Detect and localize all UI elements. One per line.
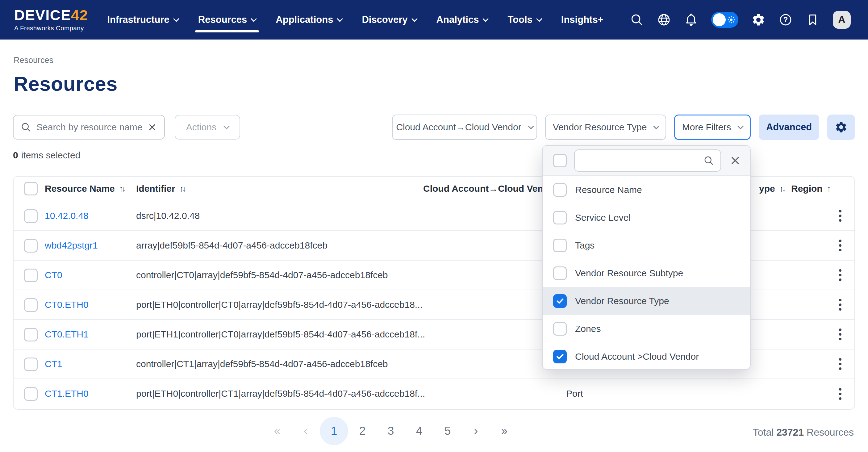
dropdown-search-input[interactable] bbox=[574, 149, 721, 172]
nav-item-analytics[interactable]: Analytics bbox=[436, 0, 488, 39]
nav-item-tools[interactable]: Tools bbox=[507, 0, 541, 39]
nav-item-applications[interactable]: Applications bbox=[276, 0, 342, 39]
row-actions-kebab-icon[interactable] bbox=[832, 324, 849, 345]
nav-item-label: Analytics bbox=[436, 14, 479, 25]
row-actions-kebab-icon[interactable] bbox=[832, 383, 849, 405]
selected-summary: 0items selected bbox=[13, 150, 80, 160]
row-actions-kebab-icon[interactable] bbox=[832, 205, 849, 227]
total-prefix: Total bbox=[753, 427, 774, 438]
checkbox-checked[interactable] bbox=[553, 294, 567, 308]
column-header-resource-name[interactable]: Resource Name ↑↓ bbox=[45, 177, 126, 201]
device42-logo[interactable]: DEVICE42 A Freshworks Company bbox=[14, 8, 88, 32]
resource-search-box bbox=[13, 115, 165, 140]
resource-identifier: port|ETH1|controller|CT0|array|def59bf5-… bbox=[136, 320, 425, 349]
checkbox-unchecked[interactable] bbox=[24, 328, 38, 341]
selected-text: items selected bbox=[21, 150, 81, 160]
help-icon[interactable]: ? bbox=[778, 13, 793, 27]
column-label: Region bbox=[791, 177, 823, 201]
page-title: Resources bbox=[13, 72, 118, 95]
checkbox-unchecked[interactable] bbox=[553, 211, 567, 224]
notifications-bell-icon[interactable] bbox=[684, 13, 698, 27]
checkbox-unchecked[interactable] bbox=[24, 209, 38, 223]
dropdown-item-zones[interactable]: Zones bbox=[542, 315, 750, 343]
resource-name-link[interactable]: 10.42.0.48 bbox=[45, 201, 89, 230]
resource-name-link[interactable]: CT0 bbox=[45, 261, 62, 290]
pagination-next[interactable]: › bbox=[462, 417, 490, 445]
dropdown-item-label: Tags bbox=[575, 240, 594, 251]
gear-icon bbox=[835, 121, 848, 134]
settings-gear-icon[interactable] bbox=[751, 13, 766, 27]
nav-item-insights[interactable]: Insights+ bbox=[561, 0, 603, 39]
advanced-button[interactable]: Advanced bbox=[759, 115, 819, 140]
nav-item-discovery[interactable]: Discovery bbox=[362, 0, 416, 39]
row-actions-kebab-icon[interactable] bbox=[832, 264, 849, 286]
close-icon[interactable] bbox=[728, 154, 742, 167]
dropdown-item-service-level[interactable]: Service Level bbox=[542, 204, 750, 232]
select-all-checkbox[interactable] bbox=[24, 182, 38, 195]
top-nav: DEVICE42 A Freshworks Company Infrastruc… bbox=[0, 0, 868, 39]
pagination-first[interactable]: « bbox=[263, 417, 291, 445]
dropdown-select-all-checkbox[interactable] bbox=[553, 154, 567, 167]
sort-icon: ↑↓ bbox=[119, 177, 126, 201]
resource-name-link[interactable]: CT1.ETH0 bbox=[45, 379, 89, 408]
checkbox-unchecked[interactable] bbox=[553, 266, 567, 280]
dropdown-item-vendor-resource-subtype[interactable]: Vendor Resource Subtype bbox=[542, 259, 750, 287]
resource-name-link[interactable]: CT0.ETH1 bbox=[45, 320, 89, 349]
nav-item-infrastructure[interactable]: Infrastructure bbox=[107, 0, 178, 39]
avatar[interactable]: A bbox=[833, 11, 851, 29]
pagination-page-1[interactable]: 1 bbox=[320, 417, 348, 445]
table-settings-button[interactable] bbox=[827, 115, 855, 140]
dropdown-item-label: Zones bbox=[575, 324, 601, 334]
filter-vendor-resource-type[interactable]: Vendor Resource Type bbox=[545, 115, 666, 140]
row-actions-kebab-icon[interactable] bbox=[832, 235, 849, 256]
column-header-region[interactable]: Region ↑ bbox=[791, 177, 833, 201]
clear-search-icon[interactable] bbox=[147, 122, 157, 132]
more-filters-button[interactable]: More Filters bbox=[674, 115, 751, 140]
checkbox-checked[interactable] bbox=[553, 350, 567, 363]
breadcrumb[interactable]: Resources bbox=[13, 56, 53, 65]
resource-name-link[interactable]: wbd42pstgr1 bbox=[45, 231, 98, 260]
logo-42: 42 bbox=[71, 7, 88, 23]
checkbox-unchecked[interactable] bbox=[24, 387, 38, 401]
pagination-last[interactable]: » bbox=[490, 417, 519, 445]
nav-item-label: Insights+ bbox=[561, 14, 603, 25]
pagination-page-2[interactable]: 2 bbox=[348, 417, 377, 445]
pagination-page-3[interactable]: 3 bbox=[377, 417, 405, 445]
dropdown-item-resource-name[interactable]: Resource Name bbox=[542, 176, 750, 204]
checkbox-unchecked[interactable] bbox=[24, 298, 38, 312]
column-header-vendor-resource-type-partial[interactable]: ype ↑↓ bbox=[759, 177, 786, 201]
column-label: Resource Name bbox=[45, 177, 115, 201]
dropdown-item-tags[interactable]: Tags bbox=[542, 232, 750, 259]
checkbox-unchecked[interactable] bbox=[553, 239, 567, 252]
vendor-resource-type-value: Port bbox=[566, 379, 583, 408]
resource-identifier: port|ETH0|controller|CT1|array|def59bf5-… bbox=[136, 379, 425, 408]
filter-cloud-account-cloud-vendor[interactable]: Cloud Account→Cloud Vendor bbox=[392, 115, 537, 140]
dropdown-item-vendor-resource-type[interactable]: Vendor Resource Type bbox=[542, 287, 750, 315]
resource-name-link[interactable]: CT0.ETH0 bbox=[45, 290, 89, 319]
nav-item-resources[interactable]: Resources bbox=[198, 0, 256, 39]
globe-icon[interactable] bbox=[657, 13, 671, 27]
resource-name-link[interactable]: CT1 bbox=[45, 350, 62, 379]
column-header-identifier[interactable]: Identifier ↑↓ bbox=[136, 177, 186, 201]
filter-bar: Cloud Account→Cloud Vendor Vendor Resour… bbox=[392, 115, 855, 140]
chevron-down-icon bbox=[337, 16, 343, 22]
checkbox-unchecked[interactable] bbox=[24, 358, 38, 371]
row-actions-kebab-icon[interactable] bbox=[832, 353, 849, 375]
pagination-page-5[interactable]: 5 bbox=[433, 417, 462, 445]
theme-toggle[interactable] bbox=[711, 12, 738, 28]
actions-button[interactable]: Actions bbox=[175, 115, 240, 140]
search-icon[interactable] bbox=[630, 13, 644, 27]
checkbox-unchecked[interactable] bbox=[24, 239, 38, 252]
pagination-prev[interactable]: ‹ bbox=[291, 417, 320, 445]
dropdown-item-cloud-account-cloud-vendor[interactable]: Cloud Account >Cloud Vendor bbox=[542, 343, 750, 370]
checkbox-unchecked[interactable] bbox=[24, 269, 38, 282]
resource-identifier: dsrc|10.42.0.48 bbox=[136, 201, 200, 230]
sort-icon: ↑↓ bbox=[180, 177, 186, 201]
checkbox-unchecked[interactable] bbox=[553, 183, 567, 197]
chevron-down-icon bbox=[173, 16, 179, 22]
row-actions-kebab-icon[interactable] bbox=[832, 294, 849, 315]
pagination-page-4[interactable]: 4 bbox=[405, 417, 433, 445]
checkbox-unchecked[interactable] bbox=[553, 322, 567, 336]
bookmark-icon[interactable] bbox=[806, 13, 820, 27]
search-input[interactable] bbox=[36, 122, 142, 132]
